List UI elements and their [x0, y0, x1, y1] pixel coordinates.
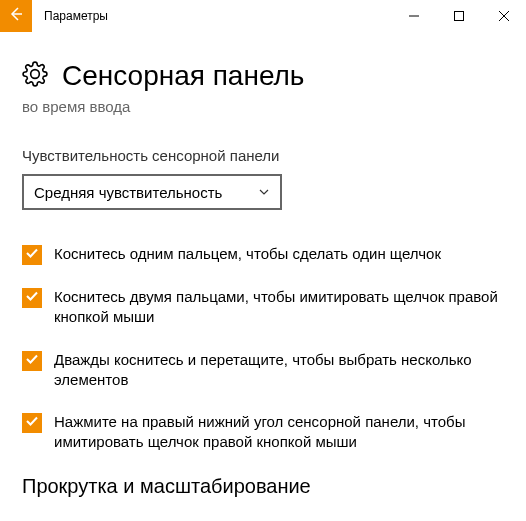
gear-icon	[22, 61, 48, 91]
checkbox-list: Коснитесь одним пальцем, чтобы сделать о…	[22, 244, 504, 453]
back-button[interactable]	[0, 0, 32, 32]
minimize-button[interactable]	[391, 0, 436, 32]
sensitivity-dropdown[interactable]: Средняя чувствительность	[22, 174, 282, 210]
checkbox-row: Дважды коснитесь и перетащите, чтобы выб…	[22, 350, 504, 391]
checkbox-tap-two-finger[interactable]	[22, 288, 42, 308]
content-area: Сенсорная панель во время ввода Чувствит…	[0, 32, 526, 498]
minimize-icon	[409, 7, 419, 25]
checkbox-label: Коснитесь одним пальцем, чтобы сделать о…	[54, 244, 441, 264]
dropdown-value: Средняя чувствительность	[34, 184, 222, 201]
check-icon	[25, 246, 39, 264]
check-icon	[25, 289, 39, 307]
window-controls	[391, 0, 526, 32]
titlebar: Параметры	[0, 0, 526, 32]
close-button[interactable]	[481, 0, 526, 32]
checkbox-label: Дважды коснитесь и перетащите, чтобы выб…	[54, 350, 504, 391]
page-subtitle: во время ввода	[22, 98, 504, 115]
checkbox-row: Коснитесь двумя пальцами, чтобы имитиров…	[22, 287, 504, 328]
arrow-left-icon	[8, 6, 24, 26]
page-title: Сенсорная панель	[62, 60, 304, 92]
window-title: Параметры	[32, 0, 391, 32]
checkbox-corner-right-click[interactable]	[22, 413, 42, 433]
svg-rect-2	[454, 12, 463, 21]
checkbox-tap-single[interactable]	[22, 245, 42, 265]
maximize-button[interactable]	[436, 0, 481, 32]
chevron-down-icon	[258, 184, 270, 201]
page-header: Сенсорная панель	[22, 60, 504, 92]
checkbox-label: Коснитесь двумя пальцами, чтобы имитиров…	[54, 287, 504, 328]
checkbox-row: Коснитесь одним пальцем, чтобы сделать о…	[22, 244, 504, 265]
checkbox-row: Нажмите на правый нижний угол сенсорной …	[22, 412, 504, 453]
check-icon	[25, 414, 39, 432]
close-icon	[499, 7, 509, 25]
sensitivity-label: Чувствительность сенсорной панели	[22, 147, 504, 164]
section-scroll-zoom: Прокрутка и масштабирование	[22, 475, 504, 498]
checkbox-double-tap-drag[interactable]	[22, 351, 42, 371]
maximize-icon	[454, 7, 464, 25]
checkbox-label: Нажмите на правый нижний угол сенсорной …	[54, 412, 504, 453]
check-icon	[25, 352, 39, 370]
